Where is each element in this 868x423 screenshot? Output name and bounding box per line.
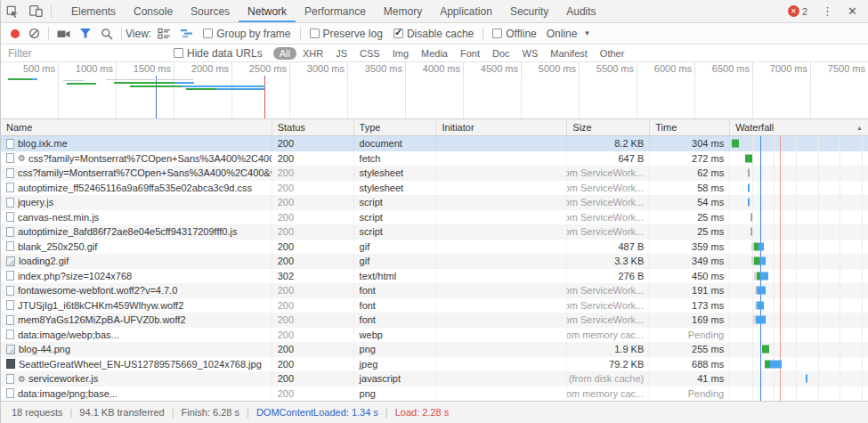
column-header-status[interactable]: Status — [272, 119, 354, 135]
table-row[interactable]: loading2.gif200gif3.3 KB349 ms — [1, 254, 868, 269]
column-header-time[interactable]: Time — [650, 119, 730, 135]
table-row[interactable]: index.php?size=1024x768302text/html276 B… — [1, 269, 868, 284]
cell-name: index.php?size=1024x768 — [1, 269, 272, 284]
filter-pill-doc[interactable]: Doc — [486, 47, 516, 60]
cell-name: fontawesome-webfont.woff2?v=4.7.0 — [1, 283, 272, 298]
cell-initiator — [436, 371, 567, 386]
table-row[interactable]: data:image/png;base...200png(from memory… — [1, 386, 868, 402]
overview-bar — [106, 79, 193, 80]
group-by-frame-checkbox[interactable]: Group by frame — [198, 28, 296, 40]
cell-status: 200 — [272, 166, 354, 181]
request-name: index.php?size=1024x768 — [18, 271, 132, 281]
cell-size: 647 B — [567, 151, 650, 167]
request-name: canvas-nest.min.js — [18, 212, 99, 223]
doc-icon — [6, 183, 14, 192]
cell-initiator — [436, 313, 567, 328]
waterfall-bar — [760, 272, 768, 280]
cell-time: 304 ms — [650, 136, 730, 151]
separator: | — [172, 407, 174, 418]
cell-time: 359 ms — [650, 240, 730, 255]
table-row[interactable]: ⚙serviceworker.js200javascript(from disk… — [1, 371, 868, 386]
tab-sources[interactable]: Sources — [182, 0, 239, 22]
column-label: Name — [6, 122, 32, 133]
offline-label: Offline — [506, 28, 536, 40]
filter-pill-media[interactable]: Media — [415, 47, 454, 60]
preserve-log-checkbox[interactable]: Preserve log — [304, 28, 388, 40]
tab-security[interactable]: Security — [501, 0, 557, 22]
cell-waterfall — [730, 136, 868, 151]
table-row[interactable]: data:image/webp;bas...200webp(from memor… — [1, 328, 868, 343]
inspect-element-button[interactable] — [1, 0, 24, 22]
overview-bar — [67, 83, 96, 85]
tab-memory[interactable]: Memory — [375, 0, 431, 22]
overview-toggle[interactable] — [175, 28, 198, 39]
table-row[interactable]: ⚙css?family=Montserrat%7COpen+Sans%3A400… — [1, 151, 868, 167]
column-header-size[interactable]: Size — [567, 119, 650, 135]
more-options-icon[interactable]: ⋮ — [815, 4, 840, 18]
filter-pill-js[interactable]: JS — [329, 47, 353, 60]
table-row[interactable]: css?family=Montserrat%7COpen+Sans%3A400%… — [1, 166, 868, 181]
doc-icon — [6, 212, 14, 222]
cell-status: 200 — [272, 283, 354, 298]
table-row[interactable]: SeattleGreatWheel_EN-US12789575669_1024x… — [1, 357, 868, 372]
clear-icon — [28, 28, 40, 39]
cell-size: (from ServiceWork... — [567, 210, 650, 225]
overview-bar — [186, 88, 216, 90]
throttling-dropdown[interactable]: Online ▼ — [542, 28, 596, 40]
cell-name: mem8YaGs126MiZpBA-UFVZ0b.woff2 — [1, 313, 272, 328]
offline-checkbox[interactable]: Offline — [487, 28, 541, 40]
table-row[interactable]: blank_250x250.gif200gif487 B359 ms — [1, 240, 868, 255]
summary-item: 18 requests — [12, 407, 62, 418]
gear-icon: ⚙ — [18, 374, 26, 384]
filter-pill-manifest[interactable]: Manifest — [544, 47, 594, 60]
filter-pill-all[interactable]: All — [273, 47, 296, 60]
table-row[interactable]: fontawesome-webfont.woff2?v=4.7.0200font… — [1, 283, 868, 298]
cell-initiator — [436, 224, 567, 240]
cell-type: jpeg — [354, 357, 437, 372]
filter-pill-ws[interactable]: WS — [516, 47, 545, 60]
filter-pill-font[interactable]: Font — [454, 47, 486, 60]
tab-performance[interactable]: Performance — [296, 0, 375, 22]
column-header-name[interactable]: Name — [1, 119, 272, 135]
search-button[interactable] — [96, 28, 118, 40]
waterfall-bar — [748, 169, 750, 177]
table-row[interactable]: JTUSjIg1_i6t8kCHKm459Wlhyw.woff2200font(… — [1, 298, 868, 313]
filter-pill-img[interactable]: Img — [386, 47, 415, 60]
table-row[interactable]: blog-44.png200png1.9 KB255 ms — [1, 342, 868, 357]
column-header-type[interactable]: Type — [354, 119, 437, 135]
capture-screenshots-button[interactable] — [53, 28, 75, 39]
table-row[interactable]: autoptimize_ff52465116a9a69ffa535e02abca… — [1, 181, 868, 196]
column-header-waterfall[interactable]: Waterfall▲ — [730, 119, 868, 135]
column-header-initiator[interactable]: Initiator — [436, 119, 567, 135]
close-devtools-icon[interactable]: ✕ — [840, 4, 864, 18]
filter-pill-css[interactable]: CSS — [353, 47, 386, 60]
filter-pill-other[interactable]: Other — [594, 47, 631, 60]
ruler-tick: 1500 ms — [117, 62, 174, 76]
request-name: blog-44.png — [19, 344, 70, 354]
disable-cache-checkbox[interactable]: Disable cache — [388, 28, 479, 40]
cell-time: 191 ms — [650, 283, 730, 298]
cell-waterfall — [730, 166, 868, 181]
tab-network[interactable]: Network — [239, 0, 296, 22]
error-badge-icon[interactable]: ✕ — [788, 5, 799, 17]
ruler-tick: 6500 ms — [695, 62, 753, 76]
table-row[interactable]: mem8YaGs126MiZpBA-UFVZ0b.woff2200font(fr… — [1, 313, 868, 328]
tab-application[interactable]: Application — [431, 0, 501, 22]
table-row[interactable]: autoptimize_8afd86f72ae8e04e5cff94317209… — [1, 224, 868, 240]
cell-size: 3.3 KB — [567, 254, 650, 269]
filter-pill-xhr[interactable]: XHR — [296, 47, 329, 60]
tab-console[interactable]: Console — [125, 0, 182, 22]
table-row[interactable]: canvas-nest.min.js200script(from Service… — [1, 210, 868, 225]
table-row[interactable]: jquery.js200script(from ServiceWork...54… — [1, 195, 868, 210]
table-row[interactable]: blog.ixk.me200document8.2 KB304 ms — [1, 136, 868, 151]
clear-button[interactable] — [24, 28, 45, 39]
device-toolbar-button[interactable] — [24, 0, 47, 22]
tab-elements[interactable]: Elements — [62, 0, 125, 22]
record-button[interactable] — [6, 29, 24, 38]
tab-audits[interactable]: Audits — [557, 0, 604, 22]
filter-toggle-button[interactable] — [75, 28, 96, 39]
filter-input[interactable] — [8, 47, 168, 60]
hide-data-urls-checkbox[interactable]: Hide data URLs — [168, 47, 268, 60]
overview-canvas[interactable] — [1, 76, 868, 118]
large-rows-toggle[interactable] — [153, 28, 175, 40]
